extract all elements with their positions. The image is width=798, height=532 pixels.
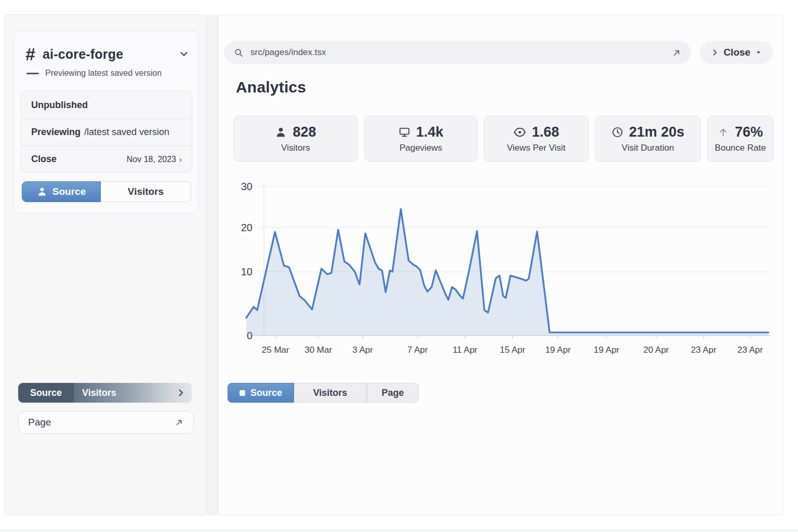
clock-icon — [611, 126, 623, 138]
hash-icon: # — [25, 44, 35, 64]
stat-card-bounce-rate: 76% Bounce Rate — [707, 116, 774, 162]
sidebar-tab-source-label: Source — [52, 186, 86, 197]
status-row-previewing[interactable]: Previewing /latest saved version — [21, 118, 192, 145]
caret-down-icon — [755, 49, 762, 56]
svg-text:23 Apr: 23 Apr — [691, 345, 716, 355]
tab-page[interactable]: Page — [367, 383, 419, 403]
svg-text:25 Mar: 25 Mar — [262, 345, 289, 355]
sidebar-segmented-control: Source Visitors — [22, 181, 191, 202]
sidebar: # ai-core-forge Previewing latest saved … — [4, 15, 206, 515]
preview-subtitle-text: Previewing latest saved version — [45, 69, 162, 78]
bottom-toggle-source[interactable]: Source — [18, 383, 74, 403]
chevron-down-icon[interactable] — [178, 48, 190, 60]
search-input[interactable] — [250, 47, 666, 58]
bottom-toggle-visitors-label: Visitors — [82, 388, 116, 398]
project-card: # ai-core-forge Previewing latest saved … — [14, 31, 198, 214]
user-icon — [275, 126, 287, 138]
status-row-close[interactable]: Close Nov 18, 2023 › — [21, 145, 192, 172]
panel-divider[interactable] — [206, 15, 218, 515]
bottom-edge-line — [0, 530, 798, 531]
sidebar-bottom-toggle: Source Visitors — [18, 383, 192, 403]
page-title: Analytics — [236, 78, 306, 96]
app-window: # ai-core-forge Previewing latest saved … — [0, 0, 798, 532]
svg-text:10: 10 — [241, 266, 252, 277]
stat-card-visit-duration: 21m 20s Visit Duration — [595, 116, 701, 162]
stat-label: Bounce Rate — [715, 143, 766, 153]
chart-tabs: Source Visitors Page — [228, 383, 419, 403]
previewing-label: Previewing — [31, 127, 81, 138]
eye-icon — [513, 126, 526, 139]
monitor-icon — [398, 126, 410, 138]
stat-card-pageviews: 1.4k Pageviews — [364, 116, 477, 162]
tab-visitors[interactable]: Visitors — [294, 383, 367, 403]
sidebar-tab-source[interactable]: Source — [22, 181, 101, 202]
main-panel: Close Analytics 828 Visitors 1.4k Pagevi… — [218, 15, 783, 515]
chevron-right-icon — [176, 388, 185, 397]
stat-value: 1.4k — [416, 124, 444, 140]
svg-text:20: 20 — [241, 222, 252, 233]
sidebar-page-button[interactable]: Page — [18, 411, 194, 434]
tab-visitors-label: Visitors — [313, 388, 348, 398]
svg-text:30: 30 — [241, 181, 252, 192]
chevron-right-icon — [711, 48, 719, 57]
preview-subtitle: Previewing latest saved version — [26, 68, 190, 79]
status-box: Unpublished Previewing /latest saved ver… — [21, 91, 192, 172]
stat-label: Views Per Visit — [507, 143, 566, 153]
status-row-unpublished[interactable]: Unpublished — [21, 91, 192, 118]
arrow-up-icon — [717, 127, 729, 138]
svg-text:20 Apr: 20 Apr — [643, 345, 669, 355]
sidebar-tab-visitors-label: Visitors — [128, 186, 164, 197]
svg-text:19 Apr: 19 Apr — [594, 345, 619, 355]
svg-text:30 Mar: 30 Mar — [304, 345, 332, 355]
project-header[interactable]: # ai-core-forge — [25, 43, 190, 65]
unpublished-label: Unpublished — [31, 100, 88, 111]
close-button-label: Close — [724, 47, 751, 58]
sidebar-page-button-label: Page — [28, 417, 51, 428]
stat-value: 21m 20s — [629, 124, 685, 140]
previewing-version-label: /latest saved version — [84, 127, 169, 138]
tab-source-label: Source — [250, 388, 282, 398]
stat-value: 76% — [735, 124, 763, 140]
sidebar-tab-visitors[interactable]: Visitors — [101, 181, 191, 202]
project-name: ai-core-forge — [43, 47, 123, 62]
user-icon — [37, 187, 47, 197]
visitors-chart: 010203025 Mar30 Mar3 Apr7 Apr11 Apr15 Ap… — [229, 177, 775, 364]
svg-text:11 Apr: 11 Apr — [453, 345, 477, 355]
url-search-bar[interactable] — [224, 41, 691, 64]
stat-value: 828 — [292, 124, 316, 140]
arrow-up-right-icon — [175, 418, 184, 427]
arrow-up-right-icon[interactable] — [672, 48, 682, 58]
svg-text:15 Apr: 15 Apr — [500, 345, 525, 355]
close-row-label: Close — [31, 154, 57, 165]
svg-text:3 Apr: 3 Apr — [352, 345, 373, 355]
svg-text:19 Apr: 19 Apr — [545, 345, 570, 355]
svg-text:7 Apr: 7 Apr — [407, 345, 428, 355]
close-button[interactable]: Close — [700, 41, 773, 64]
stat-label: Visitors — [281, 143, 310, 153]
stat-card-visitors: 828 Visitors — [233, 116, 358, 162]
stat-value: 1.68 — [532, 124, 560, 140]
dash-icon — [26, 73, 39, 74]
tab-source[interactable]: Source — [228, 383, 294, 403]
stat-label: Pageviews — [400, 143, 442, 153]
bottom-toggle-visitors[interactable]: Visitors — [74, 383, 192, 403]
close-row-date: Nov 18, 2023 — [127, 155, 176, 164]
svg-text:23 Apr: 23 Apr — [737, 345, 763, 355]
chevron-right-icon: › — [179, 155, 182, 164]
tab-page-label: Page — [381, 388, 404, 398]
square-bullet-icon — [240, 390, 245, 396]
stat-card-views-per-visit: 1.68 Views Per Visit — [484, 116, 589, 162]
stat-label: Visit Duration — [622, 143, 674, 153]
search-icon — [233, 47, 244, 58]
bottom-toggle-source-label: Source — [30, 388, 62, 398]
